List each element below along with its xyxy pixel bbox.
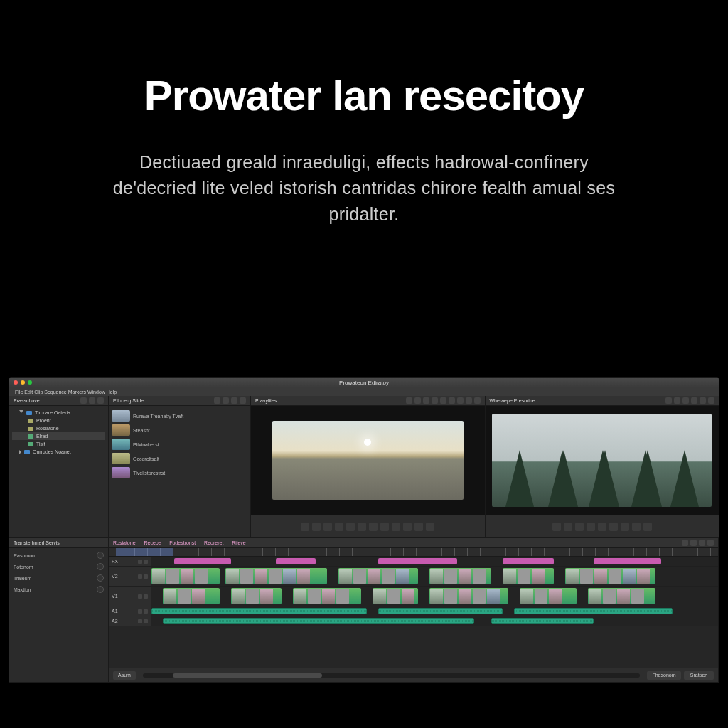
aux-panel-title: Transterhnterl Servis (14, 540, 60, 545)
tree-item-label: Onrrudes Noanet (33, 449, 71, 454)
media-row[interactable]: Occorelfsalt (112, 451, 247, 466)
go-to-out-icon[interactable] (346, 523, 355, 531)
program-preview[interactable] (492, 414, 712, 508)
source-monitor-tools[interactable] (406, 397, 481, 404)
aux-row[interactable]: Traleum (12, 572, 105, 584)
track-v1[interactable]: V1 (109, 587, 718, 606)
knob-icon[interactable] (97, 563, 104, 570)
work-area-bar[interactable] (116, 548, 173, 556)
export-frame-icon[interactable] (403, 523, 412, 531)
window-titlebar: Prowateon Ediratoy (9, 378, 719, 387)
media-thumbnail (112, 467, 130, 478)
source-transport-controls[interactable] (251, 515, 485, 537)
go-to-in-icon[interactable] (552, 523, 561, 531)
timeline-ruler[interactable] (109, 548, 718, 557)
window-title: Prowateon Ediratoy (9, 380, 719, 386)
step-fwd-icon[interactable] (587, 523, 595, 531)
hero-subtitle: Dectiuaed greald inraeduligi, effects ha… (0, 149, 728, 227)
program-monitor: Wheraepe Eresorine (486, 396, 719, 537)
media-row[interactable]: Rurava Treanaby Tvaft (112, 409, 247, 423)
insert-icon[interactable] (380, 523, 389, 531)
media-browser-panel: Ellocerg Stide Rurava Treanaby Tvaft Ste… (109, 396, 251, 537)
go-to-in-icon[interactable] (301, 523, 309, 531)
media-thumbnail (112, 424, 130, 436)
loop-icon[interactable] (643, 523, 652, 531)
video-editor-window: Prowateon Ediratoy File Edit Clip Sequen… (9, 377, 719, 682)
media-thumbnail (112, 439, 130, 450)
extract-icon[interactable] (621, 523, 629, 531)
timeline-tools[interactable] (682, 540, 714, 546)
effects-controls-panel: Transterhnterl Servis Rasomon Fotonom Tr… (9, 538, 109, 682)
media-thumbnail (112, 453, 130, 464)
safe-margins-icon[interactable] (426, 523, 434, 531)
media-row[interactable]: Tlvelistorestrst (112, 466, 247, 480)
timeline-panel: Rosiatone Recece Fodestronst Reoreret Ri… (109, 538, 719, 682)
timeline-tab[interactable]: Recece (144, 540, 161, 545)
project-panel: Prasschove Tirccare Oateria Proent Rosia… (9, 396, 109, 537)
knob-icon[interactable] (97, 574, 104, 582)
track-a1[interactable]: A1 (109, 606, 718, 616)
timeline-tracks: FX V2 (109, 557, 718, 668)
tree-item-label: Rosiatone (36, 426, 59, 431)
media-row[interactable]: Pltvinaberst (112, 437, 247, 451)
timeline-footer: Asum Fhesonom Sratoen (109, 668, 718, 682)
timeline-tab[interactable]: Fodestronst (169, 540, 196, 545)
timeline-tab[interactable]: Rosiatone (113, 540, 136, 545)
play-icon[interactable] (323, 523, 332, 531)
tree-item-label: Elrad (36, 434, 48, 439)
aux-row[interactable]: Rasomon (12, 550, 105, 561)
track-fx[interactable]: FX (109, 557, 718, 567)
play-icon[interactable] (575, 523, 584, 531)
source-monitor-title: Pravylites (255, 398, 277, 403)
hero-title: Prowater lan resecitoy (0, 71, 728, 120)
step-back-icon[interactable] (312, 523, 321, 531)
project-panel-tools[interactable] (80, 397, 104, 404)
timeline-tab[interactable]: Reoreret (204, 540, 223, 545)
go-to-out-icon[interactable] (598, 523, 606, 531)
footer-button[interactable]: Fhesonom (647, 671, 681, 680)
footer-button[interactable]: Asum (113, 671, 136, 680)
source-preview[interactable] (272, 421, 464, 499)
tree-item-label: Tislt (36, 441, 46, 446)
media-panel-title: Ellocerg Stide (113, 398, 144, 403)
knob-icon[interactable] (97, 552, 104, 559)
footer-button[interactable]: Sratoen (684, 671, 714, 680)
timeline-tabs[interactable]: Rosiatone Recece Fodestronst Reoreret Ri… (113, 540, 253, 545)
mark-in-icon[interactable] (358, 523, 366, 531)
aux-row[interactable]: Maktion (12, 584, 105, 595)
program-transport-controls[interactable] (486, 515, 719, 537)
export-frame-icon[interactable] (632, 523, 641, 531)
project-tree[interactable]: Tirccare Oateria Proent Rosiatone Elrad … (12, 409, 105, 456)
overwrite-icon[interactable] (392, 523, 400, 531)
media-panel-tools[interactable] (214, 397, 246, 404)
track-a2[interactable]: A2 (109, 616, 718, 626)
aux-row[interactable]: Fotonom (12, 561, 105, 572)
knob-icon[interactable] (97, 586, 104, 593)
program-monitor-title: Wheraepe Eresorine (490, 398, 535, 403)
source-monitor: Pravylites (251, 396, 486, 537)
media-thumbnail (112, 410, 130, 422)
tree-item-label: Tirccare Oateria (35, 410, 70, 415)
timeline-tab[interactable]: Rileve (232, 540, 245, 545)
loop-icon[interactable] (414, 523, 423, 531)
media-row[interactable]: Steasht (112, 423, 247, 437)
menubar[interactable]: File Edit Clip Sequence Markers Window H… (9, 387, 719, 396)
lift-icon[interactable] (609, 523, 618, 531)
mark-out-icon[interactable] (369, 523, 378, 531)
track-v2[interactable]: V2 (109, 567, 718, 587)
project-panel-title: Prasschove (14, 398, 40, 403)
step-fwd-icon[interactable] (335, 523, 343, 531)
timeline-scrollbar[interactable] (143, 673, 640, 678)
step-back-icon[interactable] (564, 523, 572, 531)
program-monitor-tools[interactable] (665, 397, 714, 404)
tree-item-label: Proent (36, 418, 51, 423)
